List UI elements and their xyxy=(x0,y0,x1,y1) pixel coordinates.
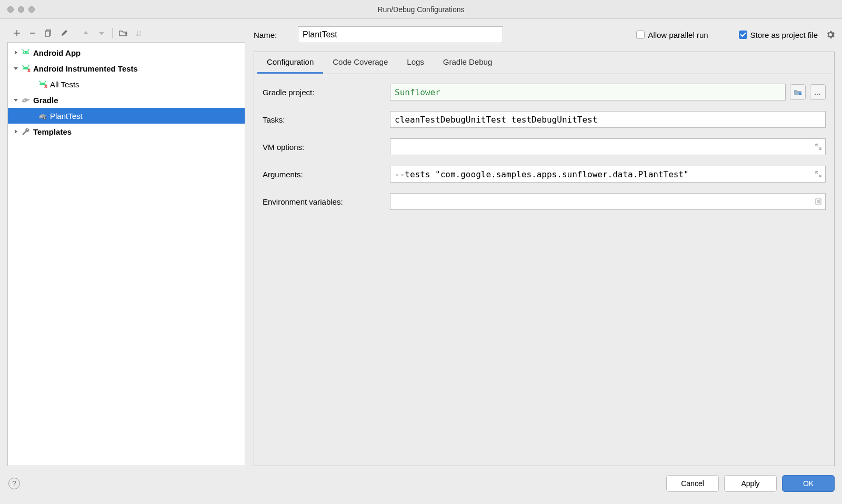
copy-configuration-button[interactable] xyxy=(42,27,55,39)
browse-project-button[interactable]: … xyxy=(810,84,826,100)
android-icon xyxy=(21,47,31,58)
tree-item-gradle[interactable]: Gradle xyxy=(8,92,245,108)
ellipsis-icon: … xyxy=(814,88,821,96)
ok-button[interactable]: OK xyxy=(782,475,835,492)
tree-item-planttest[interactable]: PlantTest xyxy=(8,108,245,124)
toolbar-separator xyxy=(112,28,113,38)
vm-options-label: VM options: xyxy=(263,143,386,152)
configuration-tabs: Configuration Code Coverage Logs Gradle … xyxy=(254,52,835,466)
svg-point-5 xyxy=(27,52,28,53)
configurations-tree[interactable]: Android App Android Instrumented Tests xyxy=(7,42,245,466)
tasks-label: Tasks: xyxy=(263,115,386,124)
tab-logs[interactable]: Logs xyxy=(397,52,434,74)
move-down-button[interactable] xyxy=(95,27,108,39)
titlebar: Run/Debug Configurations xyxy=(0,0,842,19)
gradle-icon xyxy=(37,110,48,121)
vm-options-input[interactable] xyxy=(390,138,826,155)
name-label: Name: xyxy=(254,31,290,39)
cancel-button[interactable]: Cancel xyxy=(666,475,719,492)
remove-configuration-button[interactable] xyxy=(26,27,39,39)
store-as-project-file-checkbox[interactable]: Store as project file xyxy=(739,31,818,39)
tree-item-label: Gradle xyxy=(33,96,58,105)
list-icon[interactable] xyxy=(814,197,823,206)
svg-point-4 xyxy=(24,52,25,53)
help-button[interactable]: ? xyxy=(8,478,20,489)
svg-text:z: z xyxy=(139,33,141,36)
allow-parallel-label: Allow parallel run xyxy=(648,31,708,39)
move-up-button[interactable] xyxy=(79,27,92,39)
allow-parallel-checkbox[interactable]: Allow parallel run xyxy=(636,31,708,39)
tree-item-label: All Tests xyxy=(50,80,79,89)
android-test-icon xyxy=(21,63,31,74)
add-configuration-button[interactable] xyxy=(11,27,23,39)
sort-button[interactable]: az xyxy=(133,27,145,39)
registered-projects-button[interactable] xyxy=(790,84,806,100)
svg-point-7 xyxy=(41,116,42,117)
expand-icon[interactable] xyxy=(814,143,823,151)
arguments-input[interactable] xyxy=(390,166,826,183)
chevron-right-icon[interactable] xyxy=(11,48,21,57)
tab-code-coverage[interactable]: Code Coverage xyxy=(323,52,397,74)
configurations-panel: az Android App xyxy=(7,24,245,466)
chevron-right-icon[interactable] xyxy=(11,127,21,136)
wrench-icon xyxy=(21,126,31,137)
tree-item-label: Android App xyxy=(33,48,81,57)
apply-button[interactable]: Apply xyxy=(724,475,777,492)
checkbox-icon xyxy=(739,31,747,39)
configuration-editor: Name: Allow parallel run Store as projec… xyxy=(254,24,835,466)
svg-rect-1 xyxy=(45,31,49,36)
chevron-down-icon[interactable] xyxy=(11,95,21,105)
svg-point-6 xyxy=(24,100,25,101)
android-test-icon xyxy=(37,79,48,89)
configurations-toolbar: az xyxy=(7,24,245,42)
tab-configuration[interactable]: Configuration xyxy=(257,52,323,74)
gradle-icon xyxy=(21,95,31,105)
tree-item-label: PlantTest xyxy=(50,112,83,120)
toolbar-separator xyxy=(75,28,75,38)
folder-button[interactable] xyxy=(117,27,129,39)
gradle-project-input[interactable] xyxy=(390,84,786,100)
svg-rect-9 xyxy=(799,93,801,95)
tab-gradle-debug[interactable]: Gradle Debug xyxy=(434,52,502,74)
tree-item-android-instrumented-tests[interactable]: Android Instrumented Tests xyxy=(8,61,245,76)
name-input[interactable] xyxy=(298,26,503,43)
tree-item-all-tests[interactable]: All Tests xyxy=(8,76,245,92)
checkbox-icon xyxy=(636,31,645,39)
gradle-project-label: Gradle project: xyxy=(263,88,386,97)
tree-item-label: Templates xyxy=(33,127,72,136)
dialog-footer: ? Cancel Apply OK xyxy=(7,471,835,496)
tasks-input[interactable] xyxy=(390,111,826,128)
tree-item-label: Android Instrumented Tests xyxy=(33,64,138,73)
expand-icon[interactable] xyxy=(814,170,823,178)
tree-item-templates[interactable]: Templates xyxy=(8,124,245,139)
edit-templates-button[interactable] xyxy=(58,27,71,39)
env-variables-input[interactable] xyxy=(390,193,826,210)
env-variables-label: Environment variables: xyxy=(263,197,386,206)
window-title: Run/Debug Configurations xyxy=(0,5,842,14)
tree-item-android-app[interactable]: Android App xyxy=(8,45,245,61)
store-as-project-file-label: Store as project file xyxy=(750,31,818,39)
arguments-label: Arguments: xyxy=(263,170,386,179)
store-options-button[interactable] xyxy=(826,31,835,39)
chevron-down-icon[interactable] xyxy=(11,64,21,73)
